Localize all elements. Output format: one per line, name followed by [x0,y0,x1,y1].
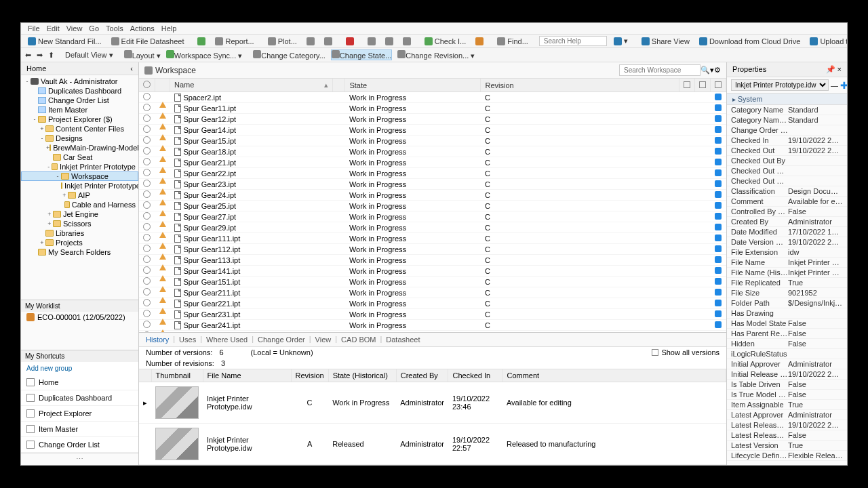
add-prop-button[interactable]: ✚ [840,80,847,91]
change-category-button[interactable]: Change Category... [253,50,326,60]
property-row[interactable]: Checked Out Machine [727,176,847,186]
tab-datasheet[interactable]: Datasheet [384,335,421,344]
checkin-button[interactable]: Check I... [422,37,469,46]
hcol-checked[interactable]: Checked In [448,369,502,382]
property-row[interactable]: Checked Out Local Spec [727,166,847,176]
tree-node[interactable]: +Scissors [21,219,138,228]
property-row[interactable]: Latest VersionTrue [727,441,847,451]
property-row[interactable]: Checked Out19/10/2022 23:46 [727,146,847,156]
link-button[interactable] [400,37,414,46]
nav-fwd-button[interactable]: ➡ [37,51,43,60]
table-row[interactable]: Spur Gear21.iptWork in ProgressC [139,157,726,168]
table-row[interactable]: Spur Gear141.iptWork in ProgressC [139,266,726,277]
collapse-left-icon[interactable]: ‹ [130,64,133,73]
table-row[interactable]: Spur Gear29.iptWork in ProgressC [139,222,726,233]
shortcut-item[interactable]: Item Master [21,422,138,437]
table-row[interactable]: Spur Gear25.iptWork in ProgressC [139,201,726,211]
tree-node[interactable]: +AIP [21,190,138,200]
menu-file[interactable]: File [28,24,40,33]
tree-node[interactable]: Cable and Harness [21,200,138,209]
table-row[interactable]: Spur Gear23.iptWork in ProgressC [139,179,726,190]
report-button[interactable]: Report... [212,37,256,46]
tree-node[interactable]: +Projects [21,238,138,247]
download-cloud-button[interactable]: Download from Cloud Drive [696,37,804,46]
property-row[interactable]: File Name (Historical)Inkjet Printer Pro… [727,268,847,278]
layout-button[interactable]: Layout ▾ [124,50,161,60]
view-selector[interactable]: Default View ▾ [65,51,113,60]
property-row[interactable]: Initial ApproverAdministrator [727,359,847,369]
tab-where-used[interactable]: Where Used [205,335,249,344]
refresh-button[interactable] [195,37,208,46]
tree-node[interactable]: Item Master [21,105,138,115]
table-row[interactable]: Spur Gear151.iptWork in ProgressC [139,277,726,287]
property-row[interactable]: File NameInkjet Printer Prototype... [727,258,847,268]
property-row[interactable]: Change Order State [727,125,847,136]
tree-node[interactable]: -Inkjet Printer Prototype [21,162,138,171]
property-row[interactable]: Latest ApproverAdministrator [727,410,847,420]
attach-button[interactable] [382,37,396,46]
worklist-item[interactable]: ECO-000001 (12/05/2022) [21,312,138,323]
workspace-search-button[interactable]: 🔍▾ [701,66,714,75]
col-revision[interactable]: Revision [481,79,679,92]
col-h2[interactable] [695,79,711,92]
share-view-button[interactable]: Share View [639,37,692,46]
table-row[interactable]: Spur Gear12.iptWork in ProgressC [139,114,726,125]
table-row[interactable]: Spur Gear15.iptWork in ProgressC [139,136,726,146]
tab-view[interactable]: View [314,335,333,344]
doc-button[interactable] [365,37,378,46]
tree-node[interactable]: Duplicates Dashboard [21,86,138,96]
tree-node[interactable]: Car Seat [21,152,138,162]
print-button[interactable] [304,37,317,46]
property-row[interactable]: Controlled By Change ...False [727,207,847,217]
table-row[interactable]: Spur Gear221.iptWork in ProgressC [139,298,726,309]
new-standard-file-button[interactable]: New Standard Fil... [25,37,104,46]
property-row[interactable]: iLogicRuleStatus [727,349,847,359]
menu-actions[interactable]: Actions [130,24,155,33]
tree-node[interactable]: -Workspace [21,171,138,181]
show-all-checkbox[interactable] [652,349,658,356]
pin-icon[interactable]: 📌 [826,65,835,73]
table-row[interactable]: Spur Gear241.iptWork in ProgressC [139,320,726,331]
property-row[interactable]: Has Model StateFalse [727,319,847,329]
property-row[interactable]: File Extensionidw [727,247,847,258]
table-row[interactable]: Spur Gear111.iptWork in ProgressC [139,233,726,244]
change-revision-button[interactable]: Change Revision... ▾ [397,50,475,60]
property-row[interactable]: Folder Path$/Designs/Inkjet Printe... [727,298,847,308]
workspace-sync-button[interactable]: Workspace Sync... ▾ [166,50,243,60]
tree-node[interactable]: -Vault Ak - Administrator [21,77,138,86]
table-row[interactable]: Spur Gear112.iptWork in ProgressC [139,244,726,255]
table-row[interactable]: Spur Gear14.iptWork in ProgressC [139,125,726,136]
nav-back-button[interactable]: ⬅ [25,51,31,60]
search-help-input[interactable] [539,36,607,46]
tree-node[interactable]: Inkjet Printer Prototype [21,181,138,190]
property-row[interactable]: Is True Model StateFalse [727,390,847,400]
property-row[interactable]: Date Modified17/10/2022 10:41 [727,227,847,237]
table-row[interactable]: Spur Gear27.iptWork in ProgressC [139,211,726,222]
properties-file-select[interactable]: Inkjet Printer Prototype.idw [731,79,829,91]
property-row[interactable]: Checked In19/10/2022 23:46 [727,136,847,146]
property-row[interactable]: Category NameStandard [727,105,847,115]
property-row[interactable]: Item AssignableTrue [727,400,847,410]
workspace-settings-button[interactable]: ⚙ [714,66,721,75]
prev-button[interactable]: — [831,81,838,89]
tab-cad-bom[interactable]: CAD BOM [340,335,377,344]
help-button[interactable]: ▾ [611,36,631,46]
shortcut-item[interactable]: Project Explorer [21,406,138,422]
property-row[interactable]: Latest Released Date19/10/2022 23:37 [727,420,847,430]
property-row[interactable]: Date Version Created19/10/2022 23:46 [727,237,847,247]
add-group-link[interactable]: Add new group [21,362,138,375]
property-row[interactable]: Has Drawing [727,308,847,319]
property-row[interactable]: Latest Released RevisionFalse [727,430,847,441]
shortcuts-more[interactable]: ⋯ [21,453,138,465]
delete-button[interactable] [343,37,357,46]
history-row[interactable]: ▸Inkjet Printer Prototype.idwCWork in Pr… [139,382,726,424]
table-row[interactable]: Spur Gear11.iptWork in ProgressC [139,103,726,114]
tab-history[interactable]: History [144,335,170,344]
menu-help[interactable]: Help [161,24,177,33]
shortcut-item[interactable]: Duplicates Dashboard [21,390,138,406]
tree-node[interactable]: +BrewMain-Drawing-ModelState [21,143,138,152]
tree-node[interactable]: +Jet Engine [21,209,138,219]
upload-cloud-button[interactable]: Upload to Cloud Drive [807,37,848,46]
property-row[interactable]: HiddenFalse [727,339,847,349]
tree-node[interactable]: Change Order List [21,96,138,105]
